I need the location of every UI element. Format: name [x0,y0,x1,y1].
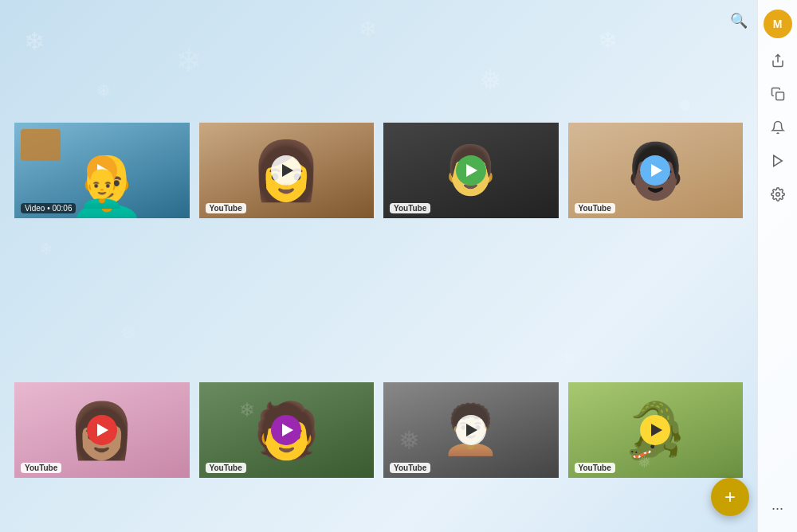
card-1-play-btn[interactable] [87,155,117,186]
card-5-play-icon [97,424,108,436]
card-7-youtube-badge: YouTube [390,463,430,473]
right-sidebar: M ··· [757,0,797,532]
card-6-thumbnail: 🧑 YouTube [199,382,375,478]
card-6-play-btn[interactable] [271,415,301,445]
card-5-play-btn[interactable] [87,415,117,445]
card-3-play-icon [466,164,477,177]
card-8-thumbnail: 🐊 YouTube [568,382,744,478]
card-4-youtube-badge: YouTube [575,203,615,213]
card-6-play-icon [282,424,293,436]
card-1-video-badge: Video • 00:06 [21,203,76,213]
card-8-play-btn[interactable] [640,415,670,445]
card-7-play-icon [466,424,477,436]
card-8-youtube-badge: YouTube [575,463,615,473]
user-avatar[interactable]: M [764,10,792,38]
card-1-play-icon [97,164,108,177]
card-1-thumbnail: 👨‍🦲 Video • 00:06 [14,123,190,218]
copy-icon[interactable] [764,80,792,108]
card-4-play-btn[interactable] [640,155,670,186]
card-4-thumbnail: 👨🏿 YouTube [568,123,744,218]
card-3-youtube-badge: YouTube [390,203,430,213]
card-8-play-icon [651,424,662,436]
fab-plus-icon: + [724,486,736,508]
svg-point-2 [775,193,779,197]
search-button[interactable]: 🔍 [724,6,753,35]
card-2-thumbnail: 👩 YouTube [199,123,375,218]
card-3-play-btn[interactable] [456,155,486,186]
card-2-youtube-badge: YouTube [206,203,246,213]
bell-icon[interactable] [764,113,792,142]
svg-marker-1 [773,155,782,166]
card-5-youtube-badge: YouTube [21,463,61,473]
share-icon[interactable] [764,46,792,75]
card-7-thumbnail: 🧑‍🦱 YouTube [383,382,559,478]
card-7-play-btn[interactable] [456,415,486,445]
card-3-thumbnail: 👨 YouTube [383,123,559,218]
more-options-icon[interactable]: ··· [764,494,792,522]
card-6-youtube-badge: YouTube [206,463,246,473]
card-2-play-icon [282,164,293,177]
fab-add-button[interactable]: + [711,478,749,516]
card-4-play-icon [651,164,662,177]
svg-rect-0 [775,92,783,100]
card-5-thumbnail: 👩🏽 YouTube [14,382,190,478]
card-2-play-btn[interactable] [271,155,301,186]
settings-icon[interactable] [764,180,792,209]
play-icon[interactable] [764,147,792,175]
